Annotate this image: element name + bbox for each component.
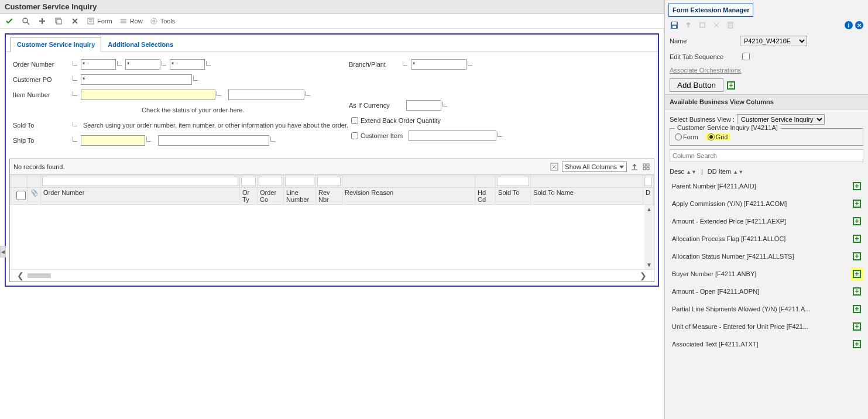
add-icon[interactable]	[37, 16, 47, 26]
visual-assist-icon[interactable]	[442, 102, 447, 107]
customer-po-input[interactable]	[81, 74, 192, 85]
add-column-icon[interactable]: +	[853, 200, 861, 208]
order-number-input-3[interactable]	[170, 59, 205, 70]
radio-grid[interactable]: Grid	[705, 133, 730, 140]
customize-grid-icon[interactable]	[550, 163, 558, 171]
visual-assist-icon[interactable]	[117, 61, 122, 66]
edit-tab-sequence-checkbox[interactable]	[742, 53, 750, 60]
scroll-up-icon[interactable]: ▲	[645, 205, 653, 214]
tab-customer-service-inquiry[interactable]: Customer Service Inquiry	[11, 37, 101, 52]
visual-assist-icon[interactable]	[270, 137, 275, 142]
export-icon[interactable]	[630, 163, 639, 171]
associate-orchestrations-link[interactable]: Associate Orchestrations	[670, 67, 741, 74]
scroll-right-icon[interactable]: ❯	[637, 271, 649, 280]
customer-item-checkbox[interactable]	[351, 132, 358, 139]
radio-form[interactable]: Form	[675, 133, 698, 140]
column-search-input[interactable]	[670, 149, 863, 162]
add-column-icon[interactable]: +	[853, 182, 861, 190]
save-icon[interactable]	[670, 20, 679, 30]
row-menu[interactable]: Row	[119, 17, 143, 25]
visual-assist-icon[interactable]	[306, 91, 310, 96]
vertical-scrollbar[interactable]: ▲ ▼	[644, 205, 654, 269]
add-column-icon[interactable]: +	[853, 235, 861, 243]
tools-menu[interactable]: Tools	[150, 17, 176, 25]
col-hd-cd[interactable]: Hd Cd	[475, 188, 496, 205]
form-menu[interactable]: Form	[87, 17, 112, 25]
visual-assist-icon[interactable]	[73, 61, 77, 66]
branch-plant-input[interactable]	[411, 59, 466, 70]
ok-icon[interactable]	[5, 16, 14, 26]
copy-icon[interactable]	[54, 16, 63, 26]
filter-d[interactable]	[644, 177, 652, 186]
order-number-input-2[interactable]	[125, 59, 160, 70]
filter-rev-nbr[interactable]	[317, 177, 341, 186]
select-all-checkbox[interactable]	[15, 191, 27, 200]
visual-assist-icon[interactable]	[162, 61, 166, 66]
col-order-co[interactable]: Order Co	[258, 188, 284, 205]
add-column-icon[interactable]: +	[853, 322, 861, 331]
visual-assist-icon[interactable]	[217, 91, 221, 96]
ship-to-input[interactable]	[81, 135, 145, 146]
col-line-number[interactable]: Line Number	[284, 188, 316, 205]
share-icon[interactable]	[684, 20, 693, 30]
tab-additional-selections[interactable]: Additional Selections	[101, 37, 180, 51]
add-button[interactable]: Add Button	[670, 78, 723, 92]
item-number-input-2[interactable]	[228, 90, 304, 100]
name-select[interactable]: P4210_W4210E	[740, 36, 807, 46]
scroll-left-icon[interactable]: ❮	[15, 271, 26, 280]
col-order-number[interactable]: Order Number	[41, 188, 240, 205]
scroll-down-icon[interactable]: ▼	[645, 260, 653, 269]
scroll-thumb[interactable]	[28, 273, 51, 278]
add-column-icon[interactable]: +	[853, 305, 861, 313]
filter-order-number[interactable]	[42, 177, 238, 186]
horizontal-scrollbar[interactable]: ❮ ❯	[10, 269, 654, 281]
reserve-icon[interactable]	[698, 20, 707, 30]
visual-assist-icon[interactable]	[73, 76, 77, 81]
col-revision-reason[interactable]: Revision Reason	[342, 188, 475, 205]
add-column-icon[interactable]: +	[853, 287, 861, 296]
delete-icon[interactable]	[70, 16, 80, 26]
maximize-grid-icon[interactable]	[642, 163, 650, 171]
sort-desc[interactable]: Desc ▲▼	[670, 168, 697, 175]
visual-assist-icon[interactable]	[206, 61, 211, 66]
attachment-icon[interactable]: 📎	[30, 189, 38, 196]
add-button-plus-icon[interactable]: +	[727, 81, 735, 90]
search-icon[interactable]	[21, 16, 30, 26]
col-sold-to[interactable]: Sold To	[496, 188, 531, 205]
filter-order-co[interactable]	[259, 177, 282, 186]
visual-assist-icon[interactable]	[468, 61, 472, 66]
col-or-ty[interactable]: Or Ty	[240, 188, 258, 205]
col-sold-to-name[interactable]: Sold To Name	[531, 188, 643, 205]
add-column-icon[interactable]: +	[853, 270, 861, 278]
col-d[interactable]: D	[643, 188, 654, 205]
visual-assist-icon[interactable]	[403, 61, 407, 66]
close-icon[interactable]: ✕	[855, 21, 863, 29]
business-view-select[interactable]: Customer Service Inquiry	[737, 114, 825, 125]
col-rev-nbr[interactable]: Rev Nbr	[316, 188, 342, 205]
collapse-sidebar-handle[interactable]: ◀	[0, 246, 6, 257]
revert-icon[interactable]	[712, 20, 721, 30]
available-columns-list: Parent Number [F4211.AAID]+Apply Commiss…	[670, 177, 863, 353]
add-column-icon[interactable]: +	[853, 217, 861, 225]
visual-assist-icon[interactable]	[73, 137, 77, 142]
extend-backorder-checkbox[interactable]	[351, 117, 358, 124]
visual-assist-icon[interactable]	[146, 137, 151, 142]
info-icon[interactable]: i	[845, 21, 853, 29]
add-column-icon[interactable]: +	[853, 252, 861, 260]
ship-to-input-2[interactable]	[158, 135, 269, 146]
filter-sold-to[interactable]	[497, 177, 529, 186]
order-number-input-1[interactable]	[81, 59, 116, 70]
as-if-currency-input[interactable]	[406, 100, 441, 111]
add-column-icon[interactable]: +	[853, 340, 861, 348]
notes-icon[interactable]	[726, 20, 735, 30]
visual-assist-icon[interactable]	[498, 132, 502, 137]
show-columns-dropdown[interactable]: Show All Columns	[562, 162, 627, 172]
customer-item-input[interactable]	[409, 130, 496, 141]
item-number-input[interactable]	[81, 90, 215, 100]
filter-or-ty[interactable]	[241, 177, 256, 186]
visual-assist-icon[interactable]	[73, 122, 77, 126]
filter-line-number[interactable]	[285, 177, 314, 186]
sort-dd-item[interactable]: DD Item ▲▼	[708, 168, 743, 175]
visual-assist-icon[interactable]	[73, 91, 77, 96]
visual-assist-icon[interactable]	[193, 76, 198, 81]
